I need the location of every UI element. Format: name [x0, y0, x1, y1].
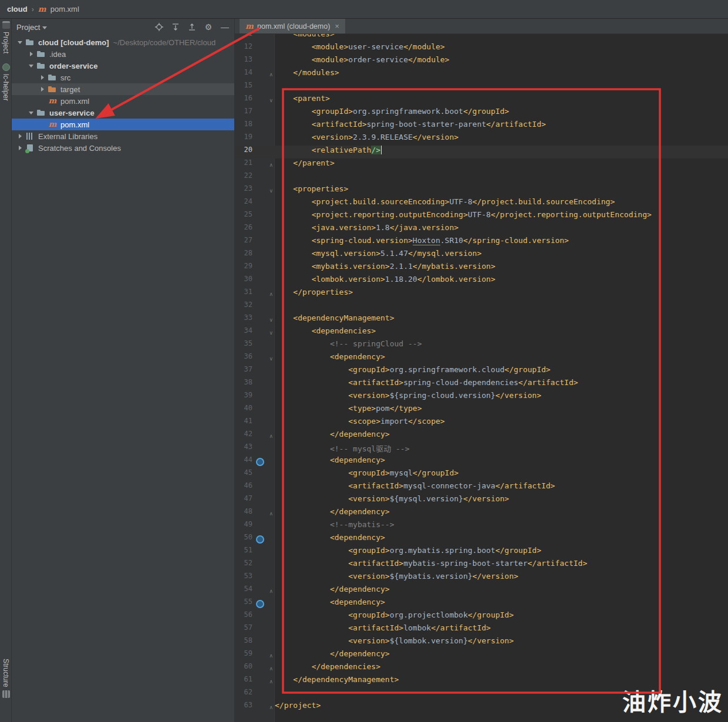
code-line[interactable]: 33∨ <dependencyManagement>	[235, 313, 728, 326]
tree-item[interactable]: .idea	[12, 48, 234, 60]
code-line[interactable]: 25 <project.reporting.outputEncoding>UTF…	[235, 210, 728, 223]
fold-marker-icon[interactable]: ∨	[269, 326, 273, 339]
dependency-gutter-icon[interactable]	[256, 458, 264, 466]
chevron-down-icon[interactable]	[26, 108, 36, 117]
code-line[interactable]: 28 <mysql.version>5.1.47</mysql.version>	[235, 249, 728, 262]
code-line[interactable]: 51 <groupId>org.mybatis.spring.boot</gro…	[235, 546, 728, 559]
code-line[interactable]: 16∨ <parent>	[235, 94, 728, 107]
code-line[interactable]: 35 <!-- springCloud -->	[235, 339, 728, 352]
locate-file-icon[interactable]	[154, 22, 164, 32]
chevron-down-icon[interactable]	[26, 61, 36, 70]
code-line[interactable]: 46 <artifactId>mysql-connector-java</art…	[235, 481, 728, 494]
fold-marker-icon[interactable]: ∧	[269, 507, 273, 520]
code-line[interactable]: 21∧ </parent>	[235, 158, 728, 171]
code-line[interactable]: 43 <!-- mysql驱动 -->	[235, 443, 728, 456]
tree-item[interactable]: External Libraries	[12, 130, 234, 142]
breadcrumb-root[interactable]: cloud	[7, 5, 28, 14]
chevron-right-icon[interactable]	[15, 131, 25, 141]
code-line[interactable]: 29 <mybatis.version>2.1.1</mybatis.versi…	[235, 262, 728, 275]
tree-item[interactable]: cloud [cloud-demo]~/Desktop/code/OTHER/c…	[12, 36, 234, 48]
code-line[interactable]: 34∨ <dependencies>	[235, 326, 728, 339]
code-line[interactable]: 47 <version>${mysql.version}</version>	[235, 494, 728, 507]
editor[interactable]: 11 <modules>12 <module>user-service</mod…	[235, 19, 728, 722]
code-line[interactable]: 13 <module>order-service</module>	[235, 55, 728, 68]
code-line[interactable]: 42∧ </dependency>	[235, 430, 728, 443]
stripe-button-lc-helper[interactable]: lc-helper	[0, 63, 12, 101]
chevron-right-icon[interactable]	[38, 73, 48, 82]
fold-marker-icon[interactable]: ∧	[269, 158, 273, 171]
fold-marker-icon[interactable]: ∧	[269, 649, 273, 662]
code-area[interactable]: 11 <modules>12 <module>user-service</mod…	[235, 29, 728, 714]
dependency-gutter-icon[interactable]	[256, 600, 264, 608]
collapse-all-icon[interactable]	[187, 22, 197, 32]
tree-item[interactable]: mpom.xml	[12, 95, 234, 107]
fold-marker-icon[interactable]: ∧	[269, 585, 273, 598]
expand-all-icon[interactable]	[171, 22, 180, 32]
chevron-right-icon[interactable]	[38, 85, 48, 94]
code-line[interactable]: 39 <version>${spring-cloud.version}</ver…	[235, 391, 728, 404]
code-line[interactable]: 14∧ </modules>	[235, 68, 728, 81]
tree-item[interactable]: mpom.xml	[12, 119, 234, 130]
fold-marker-icon[interactable]: ∧	[269, 675, 273, 688]
code-line[interactable]: 15	[235, 81, 728, 94]
code-line[interactable]: 20 <relativePath/>	[235, 146, 728, 158]
fold-marker-icon[interactable]: ∧	[269, 662, 273, 675]
chevron-right-icon[interactable]	[15, 143, 25, 153]
fold-marker-icon[interactable]: ∧	[269, 288, 273, 301]
code-line[interactable]: 19 <version>2.3.9.RELEASE</version>	[235, 133, 728, 146]
code-line[interactable]: 44 <dependency>	[235, 456, 728, 468]
code-line[interactable]: 31∧ </properties>	[235, 288, 728, 301]
code-line[interactable]: 59∧ </dependency>	[235, 649, 728, 662]
code-line[interactable]: 22	[235, 171, 728, 184]
code-line[interactable]: 53 <version>${mybatis.version}</version>	[235, 572, 728, 585]
code-line[interactable]: 50 <dependency>	[235, 533, 728, 546]
fold-marker-icon[interactable]: ∨	[269, 184, 273, 197]
fold-marker-icon[interactable]: ∧	[269, 68, 273, 81]
code-line[interactable]: 23∨ <properties>	[235, 184, 728, 197]
tree-item[interactable]: Scratches and Consoles	[12, 142, 234, 154]
code-line[interactable]: 58 <version>${lombok.version}</version>	[235, 636, 728, 649]
tree-item[interactable]: order-service	[12, 60, 234, 72]
code-line[interactable]: 48∧ </dependency>	[235, 507, 728, 520]
code-line[interactable]: 24 <project.build.sourceEncoding>UTF-8</…	[235, 197, 728, 210]
code-line[interactable]: 30 <lombok.version>1.18.20</lombok.versi…	[235, 275, 728, 288]
code-line[interactable]: 56 <groupId>org.projectlombok</groupId>	[235, 610, 728, 623]
fold-marker-icon[interactable]: ∨	[269, 94, 273, 107]
chevron-down-icon[interactable]	[42, 26, 47, 29]
code-line[interactable]: 45 <groupId>mysql</groupId>	[235, 468, 728, 481]
code-line[interactable]: 32	[235, 301, 728, 313]
code-line[interactable]: 36∨ <dependency>	[235, 352, 728, 365]
code-line[interactable]: 41 <scope>import</scope>	[235, 417, 728, 430]
code-line[interactable]: 49 <!--mybatis-->	[235, 520, 728, 533]
close-icon[interactable]: ×	[335, 22, 339, 31]
chevron-down-icon[interactable]	[15, 38, 25, 47]
code-line[interactable]: 55 <dependency>	[235, 598, 728, 610]
dependency-gutter-icon[interactable]	[256, 535, 264, 544]
stripe-button-project[interactable]: Project	[0, 21, 12, 53]
code-line[interactable]: 12 <module>user-service</module>	[235, 42, 728, 55]
code-line[interactable]: 18 <artifactId>spring-boot-starter-paren…	[235, 120, 728, 133]
code-line[interactable]: 52 <artifactId>mybatis-spring-boot-start…	[235, 559, 728, 572]
hide-panel-icon[interactable]: —	[220, 22, 230, 32]
editor-tab-pom[interactable]: m pom.xml (cloud-demo) ×	[240, 19, 346, 33]
code-line[interactable]: 26 <java.version>1.8</java.version>	[235, 223, 728, 236]
code-line[interactable]: 17 <groupId>org.springframework.boot</gr…	[235, 107, 728, 120]
stripe-button-structure[interactable]: Structure	[0, 659, 12, 698]
tree-item[interactable]: user-service	[12, 107, 234, 119]
tree-item[interactable]: src	[12, 72, 234, 83]
code-line[interactable]: 38 <artifactId>spring-cloud-dependencies…	[235, 378, 728, 391]
code-line[interactable]: 40 <type>pom</type>	[235, 404, 728, 417]
code-line[interactable]: 60∧ </dependencies>	[235, 662, 728, 675]
code-line[interactable]: 57 <artifactId>lombok</artifactId>	[235, 623, 728, 636]
fold-marker-icon[interactable]: ∨	[269, 352, 273, 365]
code-line[interactable]: 27 <spring-cloud.version>Hoxton.SR10</sp…	[235, 236, 728, 249]
tree-item[interactable]: target	[12, 83, 234, 95]
fold-marker-icon[interactable]: ∨	[269, 313, 273, 326]
code-line[interactable]: 54∧ </dependency>	[235, 585, 728, 598]
code-line[interactable]: 37 <groupId>org.springframework.cloud</g…	[235, 365, 728, 378]
breadcrumb-file[interactable]: pom.xml	[50, 5, 79, 14]
fold-marker-icon[interactable]: ∧	[269, 701, 273, 714]
chevron-right-icon[interactable]	[26, 49, 36, 59]
settings-gear-icon[interactable]: ⚙	[204, 22, 213, 32]
fold-marker-icon[interactable]: ∧	[269, 430, 273, 443]
